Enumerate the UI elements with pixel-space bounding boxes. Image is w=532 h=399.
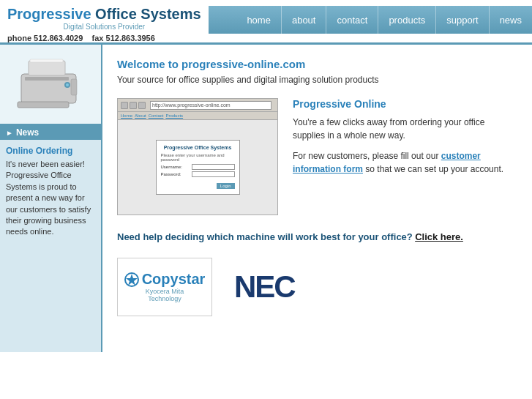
ss-link-3: Contact bbox=[149, 113, 164, 118]
copystar-logo-box: Copystar Kyocera Mita Technology bbox=[117, 258, 212, 316]
nav-bar: home about contact products support news bbox=[209, 6, 532, 34]
phone-line: phone 512.863.4029 fax 512.863.3956 bbox=[7, 34, 201, 42]
ss-login-btn-container: Login bbox=[161, 179, 235, 190]
header: Progressive Progressive Office Systems O… bbox=[0, 0, 532, 45]
svg-rect-1 bbox=[29, 61, 65, 75]
logo-area: Progressive Progressive Office Systems O… bbox=[0, 6, 209, 42]
svg-point-5 bbox=[66, 83, 69, 86]
news-item-title[interactable]: Online Ordering bbox=[6, 146, 95, 156]
po-text1: You're a few clicks away from ordering y… bbox=[293, 116, 517, 142]
logo-highlight: Progressive bbox=[7, 6, 91, 22]
screenshot-inner: http://www.progressive-online.com Home A… bbox=[118, 99, 277, 215]
nav-about[interactable]: about bbox=[282, 6, 327, 34]
sidebar-news-header: ► News bbox=[0, 125, 101, 140]
po-title: Progressive Online bbox=[293, 98, 517, 110]
ss-login-dialog: Progressive Office Systems Please enter … bbox=[156, 140, 240, 195]
nav-news[interactable]: news bbox=[490, 6, 532, 34]
ss-fwd-button bbox=[130, 102, 137, 109]
welcome-subtitle: Your source for office supplies and digi… bbox=[117, 75, 517, 85]
logo-title: Progressive Progressive Office Systems O… bbox=[7, 6, 201, 23]
main-layout: ► News Online Ordering It's never been e… bbox=[0, 45, 532, 352]
po-text2-suffix: so that we can set up your account. bbox=[363, 164, 503, 174]
nav-home[interactable]: home bbox=[236, 6, 282, 34]
svg-rect-2 bbox=[25, 77, 69, 81]
welcome-title: Welcome to progressive-online.com bbox=[117, 58, 517, 70]
fax-number: 512.863.3956 bbox=[106, 34, 155, 42]
news-item-body: It's never been easier! Progressive Offi… bbox=[6, 159, 95, 238]
po-text2: For new customers, please fill out our c… bbox=[293, 149, 517, 176]
ss-links-bar: Home About Contact Products bbox=[118, 112, 277, 120]
help-text: Need help deciding which machine will wo… bbox=[117, 231, 413, 242]
printer-image bbox=[0, 45, 101, 125]
fax-label: fax bbox=[92, 34, 104, 42]
click-here-link[interactable]: Click here. bbox=[415, 231, 463, 242]
ss-username-input bbox=[192, 164, 235, 170]
ss-username-label: Username: bbox=[161, 165, 190, 169]
screenshot-preview: http://www.progressive-online.com Home A… bbox=[117, 98, 278, 215]
ss-stop-button bbox=[138, 102, 146, 109]
brands-row: Copystar Kyocera Mita Technology NEC bbox=[117, 258, 517, 316]
nav-products[interactable]: products bbox=[378, 6, 436, 34]
ss-back-button bbox=[121, 102, 128, 109]
help-section: Need help deciding which machine will wo… bbox=[117, 230, 517, 245]
copystar-icon bbox=[124, 272, 139, 287]
ss-login-button[interactable]: Login bbox=[217, 183, 235, 189]
ss-link-1: Home bbox=[121, 113, 132, 118]
ss-body: Progressive Office Systems Please enter … bbox=[118, 120, 277, 215]
printer-icon bbox=[14, 53, 87, 116]
ss-username-row: Username: bbox=[161, 164, 235, 170]
ss-address-bar: http://www.progressive-online.com bbox=[150, 101, 271, 110]
copystar-subtitle: Kyocera Mita Technology bbox=[130, 288, 200, 302]
sidebar: ► News Online Ordering It's never been e… bbox=[0, 45, 102, 352]
news-arrow-icon: ► bbox=[6, 129, 13, 137]
ss-toolbar: http://www.progressive-online.com bbox=[118, 99, 277, 112]
click-text: Click here. bbox=[415, 231, 463, 242]
logo-subtitle: Digital Solutions Provider bbox=[7, 23, 201, 31]
ss-link-2: About bbox=[135, 113, 146, 118]
right-info: Progressive Online You're a few clicks a… bbox=[293, 98, 517, 215]
ss-password-label: Password: bbox=[161, 172, 190, 176]
ss-link-4: Products bbox=[165, 113, 183, 118]
ss-password-input bbox=[192, 171, 235, 177]
ss-password-row: Password: bbox=[161, 171, 235, 177]
ss-dialog-text: Please enter your username and password bbox=[161, 153, 235, 162]
copystar-logo: Copystar bbox=[124, 271, 206, 288]
po-text2-prefix: For new customers, please fill out our bbox=[293, 151, 441, 161]
nav-contact[interactable]: contact bbox=[326, 6, 378, 34]
sidebar-content: Online Ordering It's never been easier! … bbox=[0, 140, 101, 244]
svg-rect-7 bbox=[71, 79, 77, 95]
phone-number: 512.863.4029 bbox=[34, 34, 83, 42]
copystar-name: Copystar bbox=[142, 271, 206, 288]
two-column-section: http://www.progressive-online.com Home A… bbox=[117, 98, 517, 215]
main-content: Welcome to progressive-online.com Your s… bbox=[102, 45, 532, 352]
news-header-label: News bbox=[16, 127, 39, 138]
phone-label: phone bbox=[7, 34, 31, 42]
ss-dialog-logo: Progressive Office Systems bbox=[161, 145, 235, 150]
svg-rect-3 bbox=[18, 102, 69, 108]
nav-support[interactable]: support bbox=[436, 6, 489, 34]
nec-logo: NEC bbox=[234, 269, 295, 305]
svg-rect-6 bbox=[30, 59, 63, 62]
